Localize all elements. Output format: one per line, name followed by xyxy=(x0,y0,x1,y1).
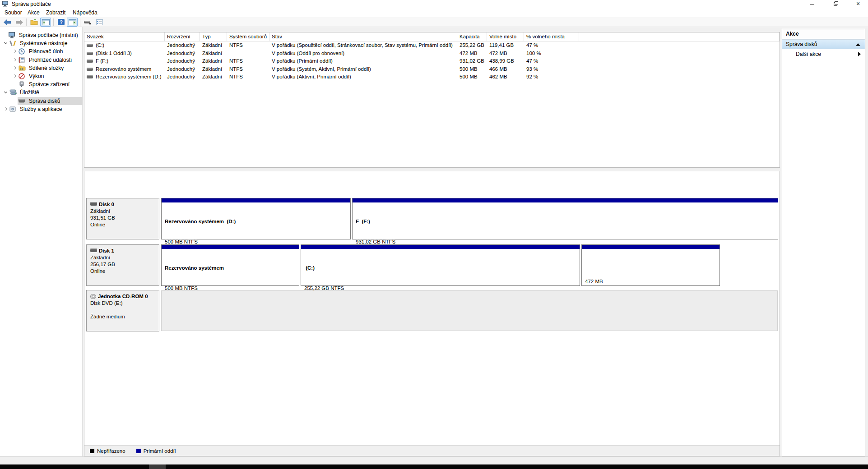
volume-row-disk1-oddil3[interactable]: (Disk 1 Oddíl 3) Jednoduchý Základní V p… xyxy=(84,50,780,58)
forward-button[interactable] xyxy=(14,18,24,27)
column-header-filler xyxy=(579,32,780,41)
checklist-icon xyxy=(96,19,103,25)
volume-name: F (F:) xyxy=(96,58,108,64)
unallocated-swatch xyxy=(90,449,94,453)
chevron-right-icon[interactable] xyxy=(12,49,18,54)
chevron-down-icon[interactable] xyxy=(3,90,9,95)
volume-row-f[interactable]: F (F:) Jednoduchý Základní NTFS V pořádk… xyxy=(84,57,780,65)
disk0-label[interactable]: Disk 0 Základní 931,51 GB Online xyxy=(86,198,159,239)
tree-item-system-tools[interactable]: Systémové nástroje xyxy=(0,39,83,47)
column-header-typ[interactable]: Typ xyxy=(200,32,227,41)
tree-item-shared-folders[interactable]: Sdílené složky xyxy=(0,64,83,72)
column-header-svazek[interactable]: Svazek xyxy=(84,32,165,41)
partition-color-bar xyxy=(162,198,350,203)
more-actions-item[interactable]: Další akce xyxy=(782,49,865,59)
tree-item-services-applications[interactable]: Služby a aplikace xyxy=(0,105,83,113)
partition-title: Rezervováno systémem (D:) xyxy=(165,218,347,225)
chevron-right-icon[interactable] xyxy=(12,74,18,79)
cdrom-status: Žádné médium xyxy=(90,313,156,320)
actions-group-disk-management[interactable]: Správa disků xyxy=(782,39,865,49)
more-actions-label: Další akce xyxy=(796,51,821,57)
column-header-stav[interactable]: Stav xyxy=(269,32,457,41)
window-title: Správa počítače xyxy=(12,1,51,7)
tree-item-task-scheduler[interactable]: Plánovač úloh xyxy=(0,47,83,55)
primary-partition-swatch xyxy=(136,449,141,453)
column-header-volne-misto[interactable]: Volné místo xyxy=(487,32,524,41)
disk-icon xyxy=(19,98,26,104)
partition-color-bar xyxy=(301,245,580,250)
disk-status: Online xyxy=(90,221,156,228)
tree-item-label: Výkon xyxy=(28,72,45,80)
pane-splitter[interactable] xyxy=(84,168,780,171)
back-button[interactable] xyxy=(2,18,13,27)
tree-item-event-viewer[interactable]: Prohlížeč událostí xyxy=(0,56,83,64)
partition-recovery[interactable]: 472 MB V pořádku (Oddíl pro obnovení) xyxy=(581,244,720,286)
action-pane-icon xyxy=(69,19,76,25)
tree-item-label: Plánovač úloh xyxy=(28,47,64,55)
chevron-right-icon[interactable] xyxy=(12,57,18,63)
partition-system-reserved[interactable]: Rezervováno systémem 500 MB NTFS V pořád… xyxy=(161,244,299,286)
performance-gauge-icon xyxy=(19,73,26,79)
tree-item-device-manager[interactable]: Správce zařízení xyxy=(0,80,83,88)
submenu-arrow-icon xyxy=(858,52,861,56)
partition-f[interactable]: F (F:) 931,02 GB NTFS V pořádku (Primárn… xyxy=(352,198,778,239)
volume-icon xyxy=(87,52,93,55)
disk-tool-icon xyxy=(84,19,91,25)
tree-item-storage[interactable]: Úložiště xyxy=(0,88,83,97)
chevron-right-icon[interactable] xyxy=(3,106,9,112)
column-header-kapacita[interactable]: Kapacita xyxy=(457,32,487,41)
taskbar-edge xyxy=(0,464,868,469)
column-header-system-souboru[interactable]: Systém souborů xyxy=(227,32,269,41)
collapse-icon[interactable] xyxy=(856,43,860,46)
partition-c[interactable]: (C:) 255,22 GB NTFS V pořádku (Spouštěcí… xyxy=(301,244,580,286)
disk1-label[interactable]: Disk 1 Základní 256,17 GB Online xyxy=(86,244,159,286)
volume-row-c[interactable]: (C:) Jednoduchý Základní NTFS V pořádku … xyxy=(84,41,780,50)
tree-item-disk-management[interactable]: Správa disků xyxy=(0,97,83,105)
column-header-rozvrzeni[interactable]: Rozvržení xyxy=(165,32,200,41)
tree-item-computer-management[interactable]: Správa počítače (místní) xyxy=(0,31,83,39)
graphical-view: Disk 0 Základní 931,51 GB Online Rezervo… xyxy=(84,171,780,456)
menu-soubor[interactable]: Soubor xyxy=(2,9,25,17)
chevron-down-icon[interactable] xyxy=(3,41,9,46)
tools-icon xyxy=(9,40,17,46)
status-bar xyxy=(0,456,868,464)
cdrom-label[interactable]: Jednotka CD-ROM 0 Disk DVD (E:) Žádné mé… xyxy=(86,290,159,331)
actions-panel-title: Akce xyxy=(782,29,865,39)
export-list-button[interactable] xyxy=(28,18,39,27)
menu-akce[interactable]: Akce xyxy=(25,9,42,17)
menu-bar: Soubor Akce Zobrazit Nápověda xyxy=(0,8,868,17)
chevron-right-icon[interactable] xyxy=(12,65,18,71)
storage-icon xyxy=(9,89,17,96)
event-log-icon xyxy=(19,57,26,63)
volume-icon xyxy=(87,44,93,47)
menu-zobrazit[interactable]: Zobrazit xyxy=(43,9,68,17)
partition-d[interactable]: Rezervováno systémem (D:) 500 MB NTFS V … xyxy=(161,198,351,239)
console-tree-icon xyxy=(42,19,50,25)
tree-item-performance[interactable]: Výkon xyxy=(0,72,83,80)
cdrom-empty-strip xyxy=(161,290,778,331)
tree-item-label: Správa disků xyxy=(28,97,61,105)
disk-kind: Základní xyxy=(90,208,156,215)
volume-row-system-reserved-d[interactable]: Rezervováno systémem (D:) Jednoduchý Zák… xyxy=(84,73,780,81)
close-button[interactable]: × xyxy=(850,0,866,8)
tree-item-label: Systémové nástroje xyxy=(19,39,69,47)
disk-icon xyxy=(90,202,97,206)
show-action-pane-button[interactable] xyxy=(67,18,78,27)
checklist-button[interactable] xyxy=(94,18,105,27)
show-console-tree-button[interactable] xyxy=(40,18,51,27)
computer-management-window: Správa počítače × Soubor Akce Zobrazit N… xyxy=(0,0,868,469)
legend-unallocated: Nepřiřazeno xyxy=(90,448,125,454)
menu-napoveda[interactable]: Nápověda xyxy=(70,9,100,17)
disk-size: 931,51 GB xyxy=(90,215,156,221)
help-button[interactable]: ? xyxy=(56,18,66,27)
app-icon xyxy=(2,1,9,7)
volume-row-system-reserved[interactable]: Rezervováno systémem Jednoduchý Základní… xyxy=(84,65,780,74)
disk-size: 256,17 GB xyxy=(90,261,156,268)
svg-text:?: ? xyxy=(60,19,63,25)
tree-item-label: Správa počítače (místní) xyxy=(18,31,79,39)
minimize-button[interactable] xyxy=(804,0,820,8)
column-header-pct-volneho-mista[interactable]: % volného místa xyxy=(524,32,579,41)
volume-list: Svazek Rozvržení Typ Systém souborů Stav… xyxy=(84,32,780,168)
disk-tool-button[interactable] xyxy=(82,18,93,27)
restore-button[interactable] xyxy=(828,0,843,8)
